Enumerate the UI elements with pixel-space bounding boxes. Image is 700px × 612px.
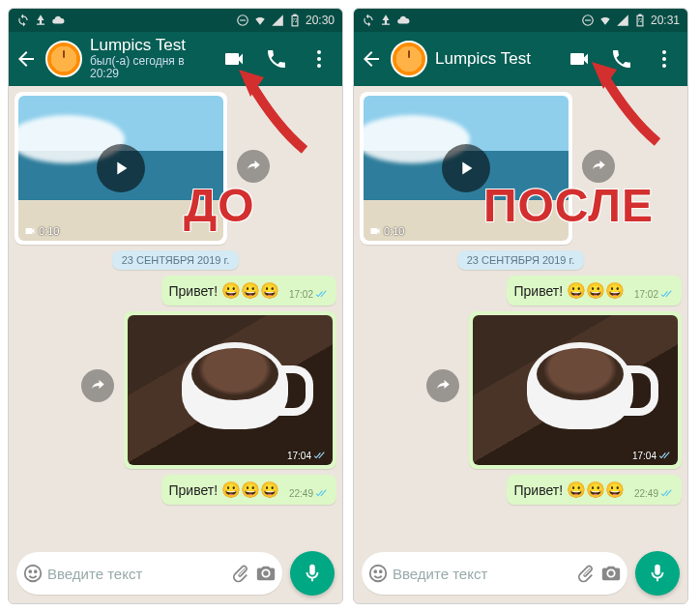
status-bar: 72 20:30 bbox=[9, 9, 342, 32]
forward-icon[interactable] bbox=[582, 150, 615, 183]
svg-text:72: 72 bbox=[292, 18, 298, 23]
message-text: Привет! 😀😀😀 bbox=[514, 481, 625, 499]
image-meta: 17:04 bbox=[287, 451, 327, 461]
sync-icon bbox=[362, 14, 375, 27]
back-icon[interactable] bbox=[15, 47, 38, 71]
svg-text:72: 72 bbox=[637, 18, 643, 23]
read-ticks-icon bbox=[660, 489, 674, 499]
svg-point-8 bbox=[25, 566, 42, 582]
date-chip: 23 СЕНТЯБРЯ 2019 г. bbox=[112, 250, 240, 270]
sync-icon bbox=[16, 14, 30, 27]
svg-point-9 bbox=[29, 570, 31, 572]
message-input[interactable]: Введите текст bbox=[16, 552, 282, 595]
video-duration: 0:10 bbox=[24, 225, 59, 237]
svg-point-16 bbox=[662, 50, 666, 54]
svg-rect-1 bbox=[240, 19, 246, 20]
svg-point-20 bbox=[374, 570, 376, 572]
signal-icon bbox=[271, 14, 284, 27]
date-chip: 23 СЕНТЯБРЯ 2019 г. bbox=[457, 250, 585, 270]
message-text: Привет! 😀😀😀 bbox=[169, 481, 279, 499]
mic-button[interactable] bbox=[635, 551, 680, 596]
overlay-label-after: ПОСЛЕ bbox=[483, 179, 654, 232]
camcorder-icon bbox=[369, 225, 381, 237]
status-time: 20:31 bbox=[651, 14, 680, 27]
mic-button[interactable] bbox=[290, 551, 335, 596]
camera-icon[interactable] bbox=[255, 563, 277, 584]
arrow-annotation bbox=[237, 68, 314, 159]
avatar[interactable] bbox=[391, 41, 427, 77]
forward-icon[interactable] bbox=[81, 369, 114, 402]
svg-point-21 bbox=[380, 570, 382, 572]
input-placeholder: Введите текст bbox=[393, 566, 571, 582]
download-icon bbox=[34, 14, 47, 27]
avatar[interactable] bbox=[45, 41, 82, 77]
input-bar: Введите текст bbox=[9, 545, 342, 603]
play-icon[interactable] bbox=[97, 144, 145, 192]
video-duration: 0:10 bbox=[369, 225, 404, 237]
message-input[interactable]: Введите текст bbox=[362, 552, 627, 595]
read-ticks-icon bbox=[313, 452, 327, 461]
status-time: 20:30 bbox=[306, 14, 335, 27]
contact-name: Lumpics Test bbox=[90, 37, 209, 55]
svg-point-19 bbox=[370, 566, 387, 582]
message-meta: 22:49 bbox=[289, 488, 329, 499]
read-ticks-icon bbox=[315, 489, 329, 499]
image-message[interactable]: 17:04 bbox=[124, 311, 336, 469]
signal-icon bbox=[616, 14, 629, 27]
overlay-label-before: ДО bbox=[184, 179, 255, 232]
message-meta: 22:49 bbox=[634, 488, 674, 499]
message-text: Привет! 😀😀😀 bbox=[169, 281, 279, 300]
attach-icon[interactable] bbox=[575, 563, 597, 584]
wifi-icon bbox=[598, 14, 612, 27]
svg-point-5 bbox=[317, 50, 321, 54]
read-ticks-icon bbox=[315, 290, 329, 300]
message-out-2[interactable]: Привет! 😀😀😀 22:49 bbox=[161, 475, 337, 505]
dnd-icon bbox=[236, 14, 249, 27]
battery-icon: 72 bbox=[288, 14, 302, 27]
last-seen: был(-а) сегодня в 20:29 bbox=[90, 55, 209, 80]
svg-point-10 bbox=[35, 570, 37, 572]
message-meta: 17:02 bbox=[634, 289, 674, 300]
image-meta: 17:04 bbox=[632, 451, 672, 461]
message-text: Привет! 😀😀😀 bbox=[514, 281, 625, 300]
svg-rect-14 bbox=[639, 15, 641, 15]
image-message[interactable]: 17:04 bbox=[469, 311, 682, 469]
back-icon[interactable] bbox=[360, 47, 383, 71]
wifi-icon bbox=[253, 14, 267, 27]
emoji-icon[interactable] bbox=[22, 563, 44, 584]
forward-icon[interactable] bbox=[426, 369, 459, 402]
svg-point-7 bbox=[317, 64, 321, 68]
read-ticks-icon bbox=[660, 290, 674, 300]
svg-rect-3 bbox=[294, 15, 296, 15]
svg-point-6 bbox=[317, 57, 321, 61]
image-thumbnail: 17:04 bbox=[473, 315, 678, 465]
svg-rect-12 bbox=[585, 19, 591, 20]
contact-name: Lumpics Test bbox=[435, 50, 554, 69]
attach-icon[interactable] bbox=[230, 563, 251, 584]
image-thumbnail: 17:04 bbox=[128, 315, 333, 465]
input-placeholder: Введите текст bbox=[47, 566, 226, 582]
comparison-canvas: 72 20:30 Lumpics Test был(-а) сегодня в … bbox=[0, 0, 700, 612]
cloud-icon bbox=[396, 14, 410, 27]
contact-info[interactable]: Lumpics Test был(-а) сегодня в 20:29 bbox=[90, 37, 209, 80]
cloud-icon bbox=[51, 14, 65, 27]
dnd-icon bbox=[581, 14, 595, 27]
battery-icon: 72 bbox=[633, 14, 647, 27]
contact-info[interactable]: Lumpics Test bbox=[435, 50, 554, 69]
input-bar: Введите текст bbox=[354, 545, 687, 603]
chat-area[interactable]: 0:10 23 СЕНТЯБРЯ 2019 г. Привет! 😀😀😀 17:… bbox=[354, 86, 687, 545]
message-out-1[interactable]: Привет! 😀😀😀 17:02 bbox=[507, 276, 683, 306]
message-out-1[interactable]: Привет! 😀😀😀 17:02 bbox=[161, 276, 337, 306]
message-meta: 17:02 bbox=[289, 289, 329, 300]
read-ticks-icon bbox=[658, 452, 672, 461]
camcorder-icon bbox=[24, 225, 36, 237]
download-icon bbox=[379, 14, 393, 27]
emoji-icon[interactable] bbox=[367, 563, 389, 584]
status-bar: 72 20:31 bbox=[354, 9, 687, 32]
message-out-2[interactable]: Привет! 😀😀😀 22:49 bbox=[507, 475, 683, 505]
video-call-icon[interactable] bbox=[568, 47, 591, 71]
arrow-annotation bbox=[590, 60, 667, 151]
camera-icon[interactable] bbox=[600, 563, 622, 584]
